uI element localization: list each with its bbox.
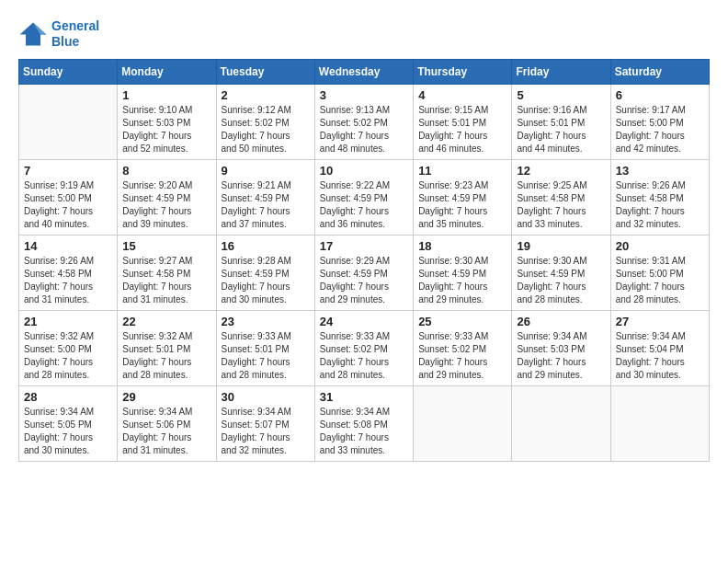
day-number: 11 [418,164,506,178]
calendar-cell: 25Sunrise: 9:33 AM Sunset: 5:02 PM Dayli… [414,310,512,385]
day-info: Sunrise: 9:26 AM Sunset: 4:58 PM Dayligh… [24,255,112,306]
day-number: 23 [222,315,310,328]
day-info: Sunrise: 9:13 AM Sunset: 5:02 PM Dayligh… [320,104,408,155]
day-info: Sunrise: 9:33 AM Sunset: 5:02 PM Dayligh… [320,330,408,382]
header-tuesday: Tuesday [216,59,314,84]
header-thursday: Thursday [414,59,512,84]
day-info: Sunrise: 9:34 AM Sunset: 5:08 PM Dayligh… [320,406,408,457]
day-info: Sunrise: 9:15 AM Sunset: 5:01 PM Dayligh… [418,104,506,155]
day-info: Sunrise: 9:22 AM Sunset: 4:59 PM Dayligh… [320,179,408,231]
day-number: 1 [122,88,210,102]
calendar-cell [19,84,118,159]
day-number: 17 [320,239,408,253]
day-info: Sunrise: 9:25 AM Sunset: 4:58 PM Dayligh… [517,179,605,231]
day-number: 3 [320,88,408,102]
day-number: 12 [517,164,605,178]
calendar-cell: 31Sunrise: 9:34 AM Sunset: 5:08 PM Dayli… [314,385,413,461]
day-info: Sunrise: 9:34 AM Sunset: 5:07 PM Dayligh… [222,406,310,457]
day-info: Sunrise: 9:27 AM Sunset: 4:58 PM Dayligh… [122,255,210,306]
day-info: Sunrise: 9:21 AM Sunset: 4:59 PM Dayligh… [222,179,310,231]
calendar-header-row: SundayMondayTuesdayWednesdayThursdayFrid… [19,59,710,84]
calendar-cell: 1Sunrise: 9:10 AM Sunset: 5:03 PM Daylig… [118,84,216,159]
calendar-cell: 13Sunrise: 9:26 AM Sunset: 4:58 PM Dayli… [610,159,709,235]
calendar-cell: 12Sunrise: 9:25 AM Sunset: 4:58 PM Dayli… [512,159,610,235]
day-number: 15 [122,239,210,253]
calendar-cell: 23Sunrise: 9:33 AM Sunset: 5:01 PM Dayli… [216,310,314,385]
day-number: 14 [24,239,112,253]
header-friday: Friday [512,59,610,84]
day-info: Sunrise: 9:34 AM Sunset: 5:05 PM Dayligh… [24,406,112,457]
day-info: Sunrise: 9:30 AM Sunset: 4:59 PM Dayligh… [517,255,605,306]
calendar-cell: 2Sunrise: 9:12 AM Sunset: 5:02 PM Daylig… [216,84,314,159]
day-info: Sunrise: 9:20 AM Sunset: 4:59 PM Dayligh… [122,179,210,231]
calendar-week-1: 1Sunrise: 9:10 AM Sunset: 5:03 PM Daylig… [19,84,710,159]
day-number: 31 [320,390,408,404]
day-number: 25 [418,315,506,328]
day-number: 10 [320,164,408,178]
calendar-cell: 30Sunrise: 9:34 AM Sunset: 5:07 PM Dayli… [216,385,314,461]
header-sunday: Sunday [19,59,118,84]
header-wednesday: Wednesday [314,59,413,84]
day-number: 9 [222,164,310,178]
calendar-cell: 27Sunrise: 9:34 AM Sunset: 5:04 PM Dayli… [610,310,709,385]
calendar-cell: 19Sunrise: 9:30 AM Sunset: 4:59 PM Dayli… [512,235,610,310]
calendar-cell: 16Sunrise: 9:28 AM Sunset: 4:59 PM Dayli… [216,235,314,310]
calendar-cell: 28Sunrise: 9:34 AM Sunset: 5:05 PM Dayli… [19,385,118,461]
calendar-cell: 20Sunrise: 9:31 AM Sunset: 5:00 PM Dayli… [610,235,709,310]
calendar-cell: 24Sunrise: 9:33 AM Sunset: 5:02 PM Dayli… [314,310,413,385]
day-info: Sunrise: 9:33 AM Sunset: 5:01 PM Dayligh… [222,330,310,382]
calendar-cell: 6Sunrise: 9:17 AM Sunset: 5:00 PM Daylig… [610,84,709,159]
calendar-cell: 17Sunrise: 9:29 AM Sunset: 4:59 PM Dayli… [314,235,413,310]
calendar-cell: 3Sunrise: 9:13 AM Sunset: 5:02 PM Daylig… [314,84,413,159]
calendar-cell: 14Sunrise: 9:26 AM Sunset: 4:58 PM Dayli… [19,235,118,310]
day-info: Sunrise: 9:34 AM Sunset: 5:03 PM Dayligh… [517,330,605,382]
day-number: 20 [616,239,704,253]
calendar-cell: 15Sunrise: 9:27 AM Sunset: 4:58 PM Dayli… [118,235,216,310]
page-header: General Blue [18,18,710,50]
calendar-cell: 18Sunrise: 9:30 AM Sunset: 4:59 PM Dayli… [414,235,512,310]
day-info: Sunrise: 9:32 AM Sunset: 5:00 PM Dayligh… [24,330,112,382]
calendar-cell: 7Sunrise: 9:19 AM Sunset: 5:00 PM Daylig… [19,159,118,235]
day-info: Sunrise: 9:17 AM Sunset: 5:00 PM Dayligh… [616,104,704,155]
calendar-cell: 22Sunrise: 9:32 AM Sunset: 5:01 PM Dayli… [118,310,216,385]
day-number: 16 [222,239,310,253]
day-number: 22 [122,315,210,328]
day-info: Sunrise: 9:23 AM Sunset: 4:59 PM Dayligh… [418,179,506,231]
header-saturday: Saturday [610,59,709,84]
logo: General Blue [18,18,99,50]
day-number: 26 [517,315,605,328]
day-info: Sunrise: 9:12 AM Sunset: 5:02 PM Dayligh… [222,104,310,155]
header-monday: Monday [118,59,216,84]
day-info: Sunrise: 9:26 AM Sunset: 4:58 PM Dayligh… [616,179,704,231]
day-number: 13 [616,164,704,178]
calendar-cell: 29Sunrise: 9:34 AM Sunset: 5:06 PM Dayli… [118,385,216,461]
calendar-cell: 10Sunrise: 9:22 AM Sunset: 4:59 PM Dayli… [314,159,413,235]
calendar-cell [414,385,512,461]
logo-icon [18,21,48,47]
day-info: Sunrise: 9:30 AM Sunset: 4:59 PM Dayligh… [418,255,506,306]
day-number: 29 [122,390,210,404]
calendar-cell: 8Sunrise: 9:20 AM Sunset: 4:59 PM Daylig… [118,159,216,235]
day-info: Sunrise: 9:28 AM Sunset: 4:59 PM Dayligh… [222,255,310,306]
day-number: 30 [222,390,310,404]
day-info: Sunrise: 9:10 AM Sunset: 5:03 PM Dayligh… [122,104,210,155]
calendar-week-3: 14Sunrise: 9:26 AM Sunset: 4:58 PM Dayli… [19,235,710,310]
calendar-week-2: 7Sunrise: 9:19 AM Sunset: 5:00 PM Daylig… [19,159,710,235]
day-number: 6 [616,88,704,102]
calendar-cell [512,385,610,461]
calendar-week-5: 28Sunrise: 9:34 AM Sunset: 5:05 PM Dayli… [19,385,710,461]
calendar-cell: 26Sunrise: 9:34 AM Sunset: 5:03 PM Dayli… [512,310,610,385]
day-number: 8 [122,164,210,178]
day-info: Sunrise: 9:29 AM Sunset: 4:59 PM Dayligh… [320,255,408,306]
calendar-cell: 9Sunrise: 9:21 AM Sunset: 4:59 PM Daylig… [216,159,314,235]
day-info: Sunrise: 9:16 AM Sunset: 5:01 PM Dayligh… [517,104,605,155]
day-number: 2 [222,88,310,102]
calendar-cell: 4Sunrise: 9:15 AM Sunset: 5:01 PM Daylig… [414,84,512,159]
calendar-cell: 5Sunrise: 9:16 AM Sunset: 5:01 PM Daylig… [512,84,610,159]
day-number: 27 [616,315,704,328]
calendar-week-4: 21Sunrise: 9:32 AM Sunset: 5:00 PM Dayli… [19,310,710,385]
day-info: Sunrise: 9:19 AM Sunset: 5:00 PM Dayligh… [24,179,112,231]
day-number: 4 [418,88,506,102]
day-number: 5 [517,88,605,102]
logo-text: General Blue [51,18,99,50]
